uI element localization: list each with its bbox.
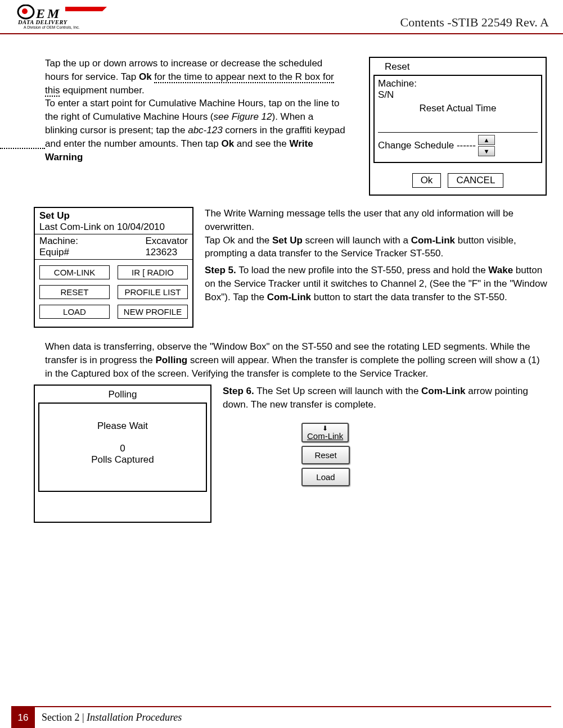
change-schedule-label: Change Schedule ------ [378,140,476,151]
arrow-down-button[interactable]: ▼ [478,146,495,156]
setup-dialog: Set Up Last Com-Link on 10/04/2010 Machi… [34,207,193,328]
reset-machine-label: Machine: [378,78,538,89]
text-bold: Com-Link [267,292,311,302]
header-title: Contents -STIB 22549 Rev. A [400,15,549,31]
setup-title: Set Up [39,210,188,221]
equip-label: Equip# [39,247,78,258]
step5-label: Step 5. [205,265,236,275]
ir-radio-button[interactable]: IR [ RADIO [118,265,188,279]
text: screen will launch with a [303,235,411,246]
paragraph-instructions: Tap the up or down arrows to increase or… [11,57,346,196]
text: To load the new profile into the ST-550,… [236,265,489,275]
text: equipment number. [60,85,144,96]
svg-text:DATA  DELIVERY: DATA DELIVERY [17,19,68,25]
equip-value: 123623 [145,247,188,258]
paragraph-transfer: When data is transferring, observe the "… [45,340,543,380]
polls-count: 0 [45,443,200,454]
polling-panel: Please Wait 0 Polls Captured [38,403,207,492]
footer-section: Section 2 | [42,712,87,723]
text: The Write Warning message tells the user… [205,208,514,232]
logo: E M DATA DELIVERY A Division of OEM Cont… [17,4,112,31]
footer-text: Section 2 | Installation Procedures [35,707,188,728]
text-bold: Com-Link [411,235,455,246]
reset-dialog: Reset Machine: S/N Reset Actual Time Cha… [369,57,547,196]
load-button[interactable]: LOAD [39,305,110,319]
page-footer: 16 Section 2 | Installation Procedures [11,706,551,728]
reset-panel: Machine: S/N Reset Actual Time Change Sc… [373,75,542,163]
paragraph-write-warning: The Write Warning message tells the user… [205,207,549,304]
text-bold: Ok [139,71,152,82]
svg-point-1 [22,8,28,14]
text: Tap Ok and the [205,235,272,246]
comlink-buttons-image: ⬇ Com-Link Reset Load [301,423,549,486]
step6-block: Step 6. The Set Up screen will launch wi… [223,385,549,486]
machine-value: Excavator [145,236,188,247]
text-italic: abc-123 [188,125,222,135]
reset-title: Reset [373,61,542,73]
page-number: 16 [11,707,35,728]
profile-list-button[interactable]: PROFILE LIST [118,285,188,299]
text-bold: Com-Link [421,386,465,396]
footer-title: Installation Procedures [87,712,182,723]
setup-last-comlink: Last Com-Link on 10/04/2010 [39,221,188,233]
text: and see the [234,138,289,149]
new-profile-button[interactable]: NEW PROFILE [118,305,188,319]
comlink-img-button: ⬇ Com-Link [301,423,349,442]
machine-label: Machine: [39,236,78,247]
text: button to start the data transfer to the… [311,292,507,302]
comlink-button[interactable]: COM-LINK [39,265,110,279]
text-bold: Ok [221,138,234,149]
reset-sn-label: S/N [378,89,538,101]
reset-actual-time: Reset Actual Time [378,103,538,114]
cancel-button[interactable]: CANCEL [448,173,503,188]
step6-label: Step 6. [223,386,254,396]
polls-captured-label: Polls Captured [45,454,200,465]
text-italic: see Figure 12 [214,111,272,122]
reset-button[interactable]: RESET [39,285,110,299]
dotted-line-left [0,148,45,149]
page-header: E M DATA DELIVERY A Division of OEM Cont… [0,0,563,34]
reset-img-button: Reset [301,446,350,464]
arrow-up-button[interactable]: ▲ [478,135,495,145]
text-bold: Wake [488,265,513,275]
ok-button[interactable]: Ok [412,173,442,188]
load-img-button: Load [301,468,350,486]
text: The Set Up screen will launch with the [254,386,421,396]
polling-dialog: Polling Please Wait 0 Polls Captured [34,385,211,523]
text-bold: Set Up [272,235,303,246]
setup-info: Machine: Equip# Excavator 123623 [35,234,192,260]
polling-title: Polling [38,389,207,400]
text-bold: Polling [156,355,188,365]
please-wait-label: Please Wait [45,420,200,432]
svg-text:A Division of OEM Controls, In: A Division of OEM Controls, Inc. [24,25,80,29]
